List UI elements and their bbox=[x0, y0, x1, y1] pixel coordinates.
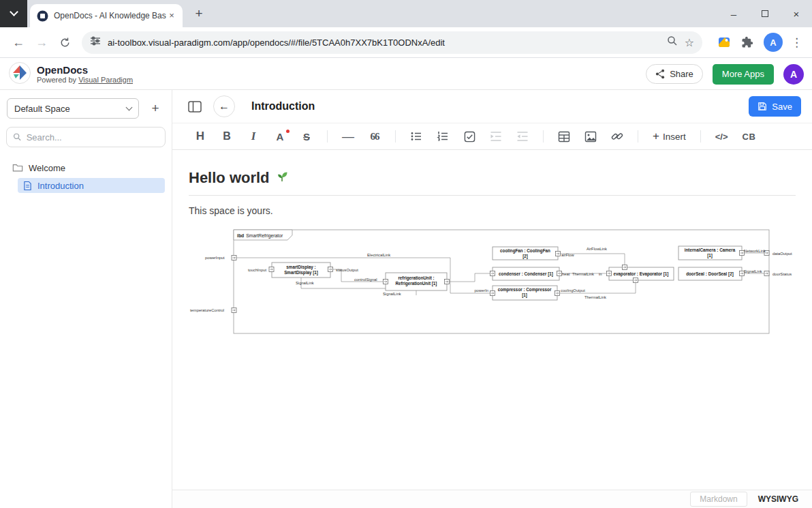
port-icon bbox=[634, 278, 638, 283]
browser-tab[interactable]: OpenDocs - AI Knowledge Base × bbox=[30, 4, 183, 27]
share-label: Share bbox=[670, 69, 693, 79]
task-list-icon bbox=[464, 131, 475, 143]
svg-text:[1]: [1] bbox=[522, 293, 527, 298]
search-lens-icon[interactable] bbox=[667, 35, 678, 49]
heading-button[interactable]: H bbox=[194, 130, 206, 143]
table-button[interactable] bbox=[558, 131, 570, 143]
document-area[interactable]: Hello world This space is yours. ibdSmar… bbox=[172, 150, 812, 490]
code-block-button[interactable]: CB bbox=[743, 132, 756, 142]
space-selector[interactable]: Default Space bbox=[7, 98, 139, 119]
svg-text:statusOutput: statusOutput bbox=[336, 268, 358, 272]
forward-button[interactable]: → bbox=[30, 31, 53, 54]
powered-by-prefix: Powered by bbox=[37, 76, 76, 84]
insert-button[interactable]: + Insert bbox=[653, 132, 686, 142]
toggle-sidebar-button[interactable] bbox=[186, 98, 204, 115]
tree-item-introduction[interactable]: Introduction bbox=[18, 178, 165, 193]
app-name: OpenDocs bbox=[37, 64, 133, 76]
markdown-mode-button[interactable]: Markdown bbox=[690, 492, 747, 507]
blockquote-button[interactable]: 66 bbox=[369, 131, 381, 143]
port-icon bbox=[607, 271, 612, 276]
link-button[interactable] bbox=[611, 130, 623, 143]
bold-button[interactable]: B bbox=[221, 130, 233, 143]
visual-paradigm-link[interactable]: Visual Paradigm bbox=[78, 76, 133, 84]
strikethrough-button[interactable]: S bbox=[300, 131, 313, 143]
embedded-diagram[interactable]: ibdSmartRefrigerator s bbox=[189, 228, 796, 339]
svg-text:temperatureControl: temperatureControl bbox=[190, 308, 224, 312]
svg-text:refrigerationUnit :: refrigerationUnit : bbox=[398, 275, 434, 281]
indent-button[interactable] bbox=[490, 130, 502, 143]
space-row: Default Space + bbox=[0, 98, 172, 119]
ordered-list-button[interactable] bbox=[437, 130, 449, 143]
address-bar[interactable]: ai-toolbox.visual-paradigm.com/app/opend… bbox=[82, 31, 702, 54]
save-button[interactable]: Save bbox=[749, 96, 801, 117]
port-icon bbox=[445, 280, 450, 284]
svg-text:internalCamera : Camera: internalCamera : Camera bbox=[685, 248, 736, 252]
toolbar-separator bbox=[327, 130, 328, 143]
back-page-button[interactable]: ← bbox=[213, 95, 235, 117]
account-avatar[interactable]: A bbox=[783, 64, 804, 85]
browser-profile-avatar[interactable]: A bbox=[764, 33, 783, 52]
back-button[interactable]: ← bbox=[7, 31, 30, 54]
font-color-button[interactable]: A bbox=[274, 131, 286, 143]
extension-icon[interactable] bbox=[715, 33, 734, 52]
page-tree: Welcome Introduction bbox=[0, 160, 172, 193]
save-icon bbox=[758, 102, 767, 111]
diagram-block-condenser: condenser : Condenser [1] bbox=[493, 267, 559, 280]
toolbar-separator bbox=[395, 130, 396, 143]
italic-button[interactable]: I bbox=[247, 130, 260, 143]
diagram-block-evaporator: evaporator : Evaporator [1] bbox=[609, 267, 674, 280]
tree-item-label: Welcome bbox=[29, 163, 65, 173]
port-icon bbox=[232, 308, 236, 313]
inline-code-button[interactable]: </> bbox=[715, 132, 728, 142]
heading-text: Hello world bbox=[189, 169, 270, 187]
editor-footer: Markdown WYSIWYG bbox=[172, 490, 812, 508]
svg-text:compressor : Compressor: compressor : Compressor bbox=[498, 287, 552, 293]
svg-text:SmartDisplay [1]: SmartDisplay [1] bbox=[284, 270, 318, 275]
browser-menu-icon[interactable]: ⋮ bbox=[791, 35, 802, 50]
horizontal-rule-button[interactable]: — bbox=[342, 130, 354, 144]
port-icon bbox=[269, 267, 274, 272]
new-tab-button[interactable]: + bbox=[191, 6, 207, 23]
task-list-button[interactable] bbox=[463, 131, 475, 143]
svg-text:AirFlowLink: AirFlowLink bbox=[587, 247, 607, 251]
svg-text:dataOutput: dataOutput bbox=[772, 252, 792, 256]
image-button[interactable] bbox=[584, 131, 597, 143]
plus-icon: + bbox=[653, 132, 659, 141]
diagram-block-internalcamera: internalCamera : Camera [1] bbox=[678, 246, 742, 260]
more-apps-button[interactable]: More Apps bbox=[713, 64, 774, 85]
svg-text:[1]: [1] bbox=[707, 253, 713, 258]
url-text: ai-toolbox.visual-paradigm.com/app/opend… bbox=[108, 38, 660, 48]
maximize-button[interactable] bbox=[749, 0, 781, 27]
chevron-down-icon bbox=[10, 8, 18, 16]
panel-icon bbox=[188, 101, 202, 113]
bullet-list-button[interactable] bbox=[410, 130, 422, 143]
sidebar-search[interactable] bbox=[6, 127, 166, 147]
extensions-puzzle-icon[interactable] bbox=[738, 33, 757, 52]
port-icon bbox=[232, 256, 236, 260]
svg-text:doorSeal : DoorSeal [2]: doorSeal : DoorSeal [2] bbox=[686, 271, 734, 277]
port-icon bbox=[764, 271, 769, 276]
bookmark-star-icon[interactable]: ☆ bbox=[685, 36, 694, 49]
add-space-button[interactable]: + bbox=[146, 99, 165, 118]
close-window-button[interactable]: × bbox=[781, 0, 812, 27]
minimize-button[interactable]: – bbox=[718, 0, 749, 27]
svg-text:in: in bbox=[599, 272, 602, 276]
tree-item-welcome[interactable]: Welcome bbox=[0, 160, 172, 176]
share-button[interactable]: Share bbox=[646, 64, 703, 84]
tab-search-button[interactable] bbox=[0, 0, 27, 27]
outdent-button[interactable] bbox=[516, 130, 529, 143]
site-info-icon[interactable] bbox=[90, 35, 101, 49]
close-tab-icon[interactable]: × bbox=[166, 10, 177, 21]
port-icon bbox=[490, 291, 495, 296]
port-icon bbox=[555, 291, 560, 296]
page-title: Introduction bbox=[251, 100, 315, 113]
wysiwyg-mode-button[interactable]: WYSIWYG bbox=[754, 492, 802, 506]
app-brand: OpenDocs Powered by Visual Paradigm bbox=[8, 61, 133, 87]
reload-button[interactable] bbox=[53, 31, 76, 54]
sidebar: Default Space + Welcome Introduction bbox=[0, 90, 172, 508]
opendocs-favicon bbox=[37, 10, 48, 22]
svg-text:touchInput: touchInput bbox=[248, 268, 266, 272]
document-heading: Hello world bbox=[189, 169, 796, 187]
font-color-label: A bbox=[277, 131, 284, 143]
search-input[interactable] bbox=[27, 132, 159, 143]
